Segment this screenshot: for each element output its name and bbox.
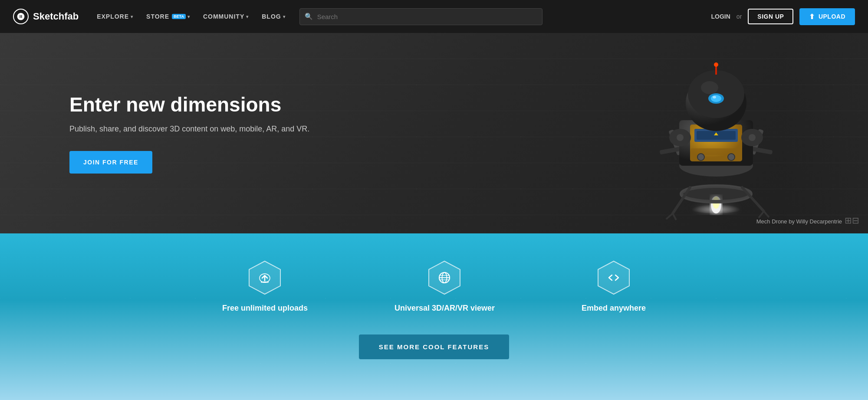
chevron-down-icon: ▾	[283, 14, 286, 19]
feature-viewer: Universal 3D/AR/VR viewer	[395, 259, 495, 313]
signup-button[interactable]: SIGN UP	[748, 9, 793, 24]
search-area: 🔍	[299, 8, 542, 25]
feature-embed: Embed anywhere	[582, 259, 646, 313]
upload-arrow-icon: ⬆	[809, 13, 815, 21]
hero-section: Enter new dimensions Publish, share, and…	[0, 33, 868, 233]
sketchfab-logo-svg	[16, 12, 25, 21]
logo-icon	[13, 9, 29, 24]
code-icon	[605, 269, 622, 286]
svg-point-35	[711, 95, 721, 102]
mech-drone-illustration	[634, 42, 799, 224]
hero-title: Enter new dimensions	[69, 93, 564, 117]
svg-point-22	[697, 154, 704, 161]
svg-point-27	[749, 134, 756, 141]
feature-viewer-icon-wrap	[426, 259, 463, 296]
login-link[interactable]: LOGIN	[711, 13, 730, 20]
hero-subtitle: Publish, share, and discover 3D content …	[69, 125, 564, 134]
see-more-button[interactable]: SEE MORE COOL FEATURES	[359, 334, 509, 359]
svg-point-33	[714, 62, 718, 67]
hero-content: Enter new dimensions Publish, share, and…	[0, 93, 564, 174]
upload-button[interactable]: ⬆ UPLOAD	[799, 8, 855, 25]
feature-uploads-icon-wrap	[247, 259, 283, 296]
feature-embed-icon-wrap	[595, 259, 632, 296]
chevron-down-icon: ▾	[131, 14, 133, 19]
nav-menu: EXPLORE ▾ STORE BETA ▾ COMMUNITY ▾ BLOG …	[92, 10, 291, 23]
beta-badge: BETA	[172, 14, 186, 19]
or-text: or	[736, 13, 742, 20]
vr-icon: ⊞⊟	[845, 215, 859, 226]
nav-item-community[interactable]: COMMUNITY ▾	[198, 10, 254, 23]
svg-line-10	[764, 211, 769, 217]
nav-item-store[interactable]: STORE BETA ▾	[141, 10, 195, 23]
feature-uploads-label: Free unlimited uploads	[222, 304, 308, 313]
svg-rect-21	[691, 148, 741, 155]
svg-point-36	[713, 96, 716, 98]
svg-point-23	[728, 154, 735, 161]
feature-uploads: Free unlimited uploads	[222, 259, 308, 313]
svg-point-31	[701, 81, 718, 94]
svg-line-8	[673, 213, 676, 220]
svg-line-7	[666, 213, 673, 219]
globe-icon	[436, 269, 453, 286]
upload-icon	[256, 269, 273, 286]
feature-viewer-label: Universal 3D/AR/VR viewer	[395, 304, 495, 313]
join-button[interactable]: JOIN FOR FREE	[69, 151, 152, 174]
svg-line-9	[759, 211, 764, 218]
svg-point-26	[677, 134, 684, 141]
svg-point-4	[681, 186, 751, 202]
search-icon: 🔍	[305, 13, 313, 20]
feature-embed-label: Embed anywhere	[582, 304, 646, 313]
navbar: Sketchfab EXPLORE ▾ STORE BETA ▾ COMMUNI…	[0, 0, 868, 33]
hero-caption: Mech Drone by Willy Decarpentrie	[756, 218, 842, 225]
features-row: Free unlimited uploads Universal 3D/AR/V…	[222, 259, 646, 313]
chevron-down-icon: ▾	[246, 14, 249, 19]
nav-right: LOGIN or SIGN UP ⬆ UPLOAD	[711, 8, 855, 25]
nav-item-blog[interactable]: BLOG ▾	[256, 10, 290, 23]
features-section: Free unlimited uploads Universal 3D/AR/V…	[0, 233, 868, 400]
chevron-down-icon: ▾	[187, 14, 190, 19]
hero-image-area	[564, 33, 868, 233]
logo-text: Sketchfab	[33, 11, 79, 22]
nav-item-explore[interactable]: EXPLORE ▾	[92, 10, 138, 23]
search-input[interactable]	[299, 8, 542, 25]
logo[interactable]: Sketchfab	[13, 9, 79, 24]
